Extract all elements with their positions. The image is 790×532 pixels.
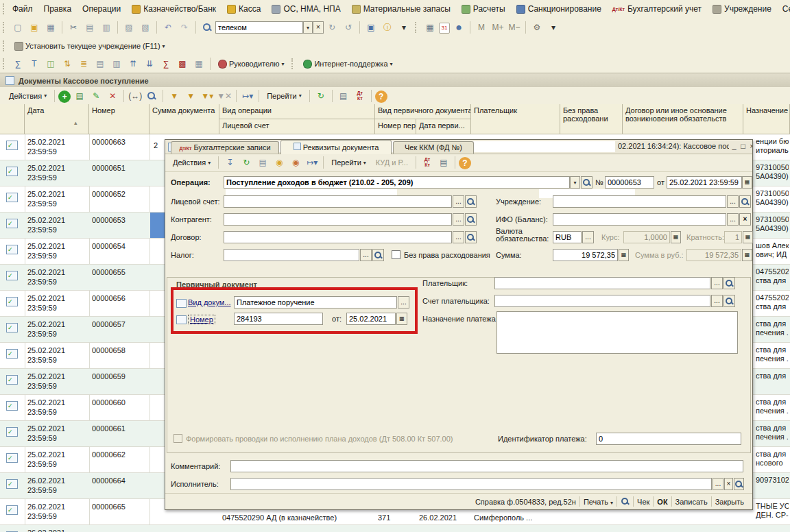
header-primary-number[interactable]: Номер пер... — [375, 119, 416, 134]
executor-ellipsis-button[interactable]: ... — [713, 478, 723, 490]
save-button[interactable]: Записать — [675, 498, 708, 506]
paste-icon[interactable]: ▥ — [99, 20, 114, 35]
institution-ellipsis-button[interactable]: ... — [727, 195, 739, 208]
checker-report-icon[interactable]: ▦ — [191, 56, 206, 71]
header-payer[interactable]: Плательщик — [471, 104, 560, 134]
calculator-icon[interactable]: ▦ — [422, 20, 438, 35]
counterparty-lookup-button[interactable] — [465, 213, 477, 226]
filter-icon[interactable]: ▼ — [183, 88, 198, 104]
find-next-icon[interactable]: ↻ — [324, 20, 339, 35]
report-icon[interactable]: ▤ — [436, 155, 451, 170]
osv-report-icon[interactable]: ⇊ — [142, 56, 157, 71]
print-preview-icon[interactable]: ▧ — [138, 20, 153, 35]
toolbar-grip[interactable] — [3, 58, 7, 69]
find-previous-icon[interactable]: ↺ — [341, 20, 356, 35]
sum-rub-calc-button[interactable]: ▦ — [742, 249, 752, 261]
multiplicity-calc-button[interactable]: ▦ — [743, 231, 753, 243]
cash-in-icon[interactable]: ◉ — [272, 155, 287, 170]
counterparty-ellipsis-button[interactable]: ... — [453, 213, 464, 226]
settings-icon[interactable]: ⚙ — [529, 20, 544, 35]
header-sum[interactable]: Сумма документа — [149, 104, 219, 134]
actions-button[interactable]: Действия▾ — [4, 90, 51, 101]
menu-расчеты[interactable]: Расчеты — [456, 2, 511, 16]
main-book-icon[interactable]: ▩ — [175, 56, 190, 71]
redo-icon[interactable]: ↷ — [177, 20, 192, 35]
header-purpose[interactable]: Назначение пл... — [743, 104, 790, 134]
new-document-icon[interactable]: ▢ — [10, 20, 25, 35]
info-dropdown-icon[interactable]: ▾ — [396, 20, 411, 35]
payer-lookup-button[interactable] — [723, 277, 735, 289]
cash-out-icon[interactable]: ◉ — [288, 155, 303, 170]
menu-файл[interactable]: Файл — [7, 2, 38, 16]
institution-input[interactable] — [553, 195, 726, 208]
manager-button[interactable]: Руководителю ▾ — [213, 58, 289, 70]
currency-ellipsis-button[interactable]: ... — [582, 231, 594, 243]
operation-input[interactable] — [224, 176, 570, 189]
footer-lookup-button[interactable] — [621, 497, 630, 507]
filter-clear-icon[interactable]: ▼✕ — [216, 88, 232, 104]
header-date[interactable]: Дата ▴ — [25, 104, 89, 134]
memory-minus-icon[interactable]: M− — [507, 20, 522, 35]
tab-kkm-check[interactable]: Чек ККМ (ФД №) — [393, 141, 474, 154]
send-icon[interactable]: ↦▾ — [304, 155, 320, 170]
menu-правка[interactable]: Правка — [38, 2, 77, 16]
menu-сервис[interactable]: Сервис — [777, 2, 790, 16]
search-clear-button[interactable]: × — [313, 21, 324, 34]
open-icon[interactable]: ▣ — [27, 20, 42, 35]
report-icon[interactable]: ▤ — [336, 88, 351, 104]
menu-казначейство-банк[interactable]: Казначейство/Банк — [126, 2, 222, 16]
delete-icon[interactable]: ✕ — [105, 88, 120, 104]
window-copy-icon[interactable]: ▣ — [363, 20, 379, 35]
contract-ellipsis-button[interactable]: ... — [453, 231, 464, 243]
toolbar-grip[interactable] — [3, 3, 4, 14]
account-analysis-icon[interactable]: ⇅ — [60, 56, 75, 71]
search-input[interactable] — [215, 21, 303, 34]
menu-касса[interactable]: Касса — [222, 2, 266, 16]
undo-icon[interactable]: ↶ — [160, 20, 176, 35]
summary-report-icon[interactable]: ∑ — [10, 56, 25, 71]
payment-id-input[interactable] — [596, 433, 741, 445]
filter-settings-icon[interactable]: ▼ — [167, 88, 182, 104]
rate-calc-button[interactable]: ▦ — [671, 231, 681, 243]
menu-санкционирование[interactable]: Санкционирование — [511, 2, 607, 16]
toolbar-grip[interactable] — [291, 58, 296, 69]
help-icon[interactable]: ? — [459, 157, 471, 169]
reread-icon[interactable]: ↻ — [239, 155, 254, 170]
operations-journal-icon[interactable]: ▥ — [109, 56, 124, 71]
menu-материальные-запасы[interactable]: Материальные запасы — [346, 2, 456, 16]
tax-lookup-button[interactable] — [372, 249, 384, 261]
memory-plus-icon[interactable]: M+ — [490, 20, 505, 35]
header-number[interactable]: Номер — [89, 104, 149, 134]
close-button[interactable]: × — [747, 141, 752, 152]
operation-dropdown-button[interactable]: ▾ — [570, 176, 580, 189]
account-lookup-button[interactable] — [465, 195, 477, 208]
dtkt-icon[interactable]: Дт Кт — [420, 155, 435, 170]
comment-input[interactable] — [230, 460, 743, 472]
menu-бухгалтерский-учет[interactable]: Дт/КтБухгалтерский учет — [607, 2, 707, 16]
ifo-ellipsis-button[interactable]: ... — [727, 213, 739, 226]
executor-input[interactable] — [230, 478, 712, 490]
go-button[interactable]: Перейти▾ — [262, 90, 307, 101]
dialog-go-button[interactable]: Перейти▾ — [326, 157, 371, 168]
subconto-analysis-icon[interactable]: ≣ — [76, 56, 91, 71]
header-no-right[interactable]: Без права расходовани — [560, 104, 623, 134]
set-institution-button[interactable]: Установить текущее учреждение (F11) ▾ — [10, 40, 170, 52]
header-operation[interactable]: Вид операции — [219, 104, 375, 119]
toolbar-grip[interactable] — [3, 22, 7, 33]
header-primary-date[interactable]: Дата перви... — [416, 119, 471, 134]
contract-lookup-button[interactable] — [465, 231, 477, 243]
header-primary-doc[interactable]: Вид первичного документа — [375, 104, 471, 119]
sum-input[interactable] — [553, 249, 618, 261]
ok-button[interactable]: ОК — [657, 498, 667, 506]
menu-ос-нма-нпа[interactable]: ОС, НМА, НПА — [266, 2, 346, 16]
tax-input[interactable] — [224, 249, 359, 261]
export-icon[interactable]: ↦▾ — [240, 88, 255, 104]
menu-операции[interactable]: Операции — [77, 2, 126, 16]
document-journal-icon[interactable]: ▤ — [93, 56, 108, 71]
account-card-icon[interactable]: Т — [27, 56, 42, 71]
header-contract[interactable]: Договор или иное основание возникновения… — [623, 104, 743, 134]
copy-icon[interactable]: ▤ — [82, 20, 97, 35]
payer-account-input[interactable] — [494, 295, 710, 307]
tab-document-details[interactable]: Реквизиты документа — [280, 140, 392, 154]
refresh-icon[interactable]: ↻ — [313, 88, 328, 104]
